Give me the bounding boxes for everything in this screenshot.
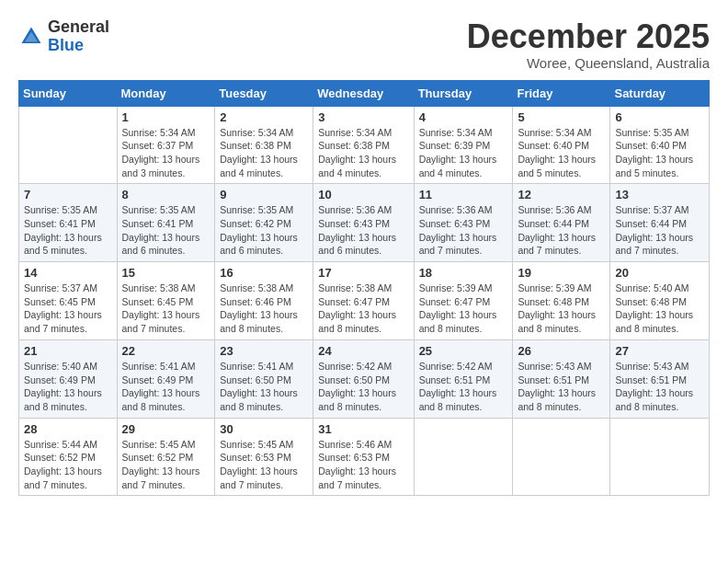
calendar-cell (19, 106, 118, 184)
calendar-cell: 10Sunrise: 5:36 AM Sunset: 6:43 PM Dayli… (313, 184, 414, 262)
day-detail: Sunrise: 5:35 AM Sunset: 6:41 PM Dayligh… (122, 203, 210, 258)
day-detail: Sunrise: 5:41 AM Sunset: 6:49 PM Dayligh… (122, 360, 210, 414)
calendar-cell: 3Sunrise: 5:34 AM Sunset: 6:38 PM Daylig… (313, 106, 414, 184)
day-number: 20 (615, 266, 704, 280)
calendar-table: SundayMondayTuesdayWednesdayThursdayFrid… (18, 80, 710, 497)
day-number: 21 (24, 344, 112, 358)
calendar-header-tuesday: Tuesday (215, 80, 313, 106)
calendar-cell: 12Sunrise: 5:36 AM Sunset: 6:44 PM Dayli… (513, 184, 610, 262)
calendar-week-2: 7Sunrise: 5:35 AM Sunset: 6:41 PM Daylig… (19, 184, 710, 262)
day-number: 11 (419, 188, 508, 201)
day-number: 26 (518, 344, 605, 358)
calendar-cell: 21Sunrise: 5:40 AM Sunset: 6:49 PM Dayli… (19, 339, 118, 418)
calendar-header-saturday: Saturday (610, 80, 710, 106)
month-title: December 2025 (467, 18, 710, 55)
calendar-cell: 20Sunrise: 5:40 AM Sunset: 6:48 PM Dayli… (610, 262, 710, 340)
calendar-header-thursday: Thursday (414, 80, 513, 106)
day-number: 6 (615, 110, 704, 124)
calendar-cell: 9Sunrise: 5:35 AM Sunset: 6:42 PM Daylig… (215, 184, 313, 262)
day-detail: Sunrise: 5:45 AM Sunset: 6:52 PM Dayligh… (122, 438, 210, 492)
day-number: 28 (24, 422, 112, 436)
day-detail: Sunrise: 5:46 AM Sunset: 6:53 PM Dayligh… (318, 438, 408, 492)
day-detail: Sunrise: 5:38 AM Sunset: 6:47 PM Dayligh… (318, 282, 408, 336)
day-detail: Sunrise: 5:40 AM Sunset: 6:48 PM Dayligh… (615, 282, 704, 336)
day-detail: Sunrise: 5:39 AM Sunset: 6:47 PM Dayligh… (419, 282, 508, 336)
calendar-cell: 26Sunrise: 5:43 AM Sunset: 6:51 PM Dayli… (513, 339, 610, 418)
day-number: 13 (615, 188, 704, 201)
title-area: December 2025 Woree, Queensland, Austral… (467, 18, 710, 71)
day-detail: Sunrise: 5:42 AM Sunset: 6:50 PM Dayligh… (318, 360, 408, 414)
logo-icon (18, 24, 44, 50)
day-detail: Sunrise: 5:42 AM Sunset: 6:51 PM Dayligh… (419, 360, 508, 414)
day-detail: Sunrise: 5:43 AM Sunset: 6:51 PM Dayligh… (615, 360, 704, 414)
day-detail: Sunrise: 5:40 AM Sunset: 6:49 PM Dayligh… (24, 360, 112, 414)
calendar-cell: 7Sunrise: 5:35 AM Sunset: 6:41 PM Daylig… (19, 184, 118, 262)
day-number: 19 (518, 266, 605, 280)
day-detail: Sunrise: 5:37 AM Sunset: 6:44 PM Dayligh… (615, 203, 704, 258)
day-detail: Sunrise: 5:36 AM Sunset: 6:43 PM Dayligh… (419, 203, 508, 258)
calendar-header-sunday: Sunday (19, 80, 118, 106)
calendar-cell: 29Sunrise: 5:45 AM Sunset: 6:52 PM Dayli… (117, 418, 215, 496)
day-number: 12 (518, 188, 605, 201)
day-detail: Sunrise: 5:38 AM Sunset: 6:45 PM Dayligh… (122, 282, 210, 336)
calendar-cell: 11Sunrise: 5:36 AM Sunset: 6:43 PM Dayli… (414, 184, 513, 262)
calendar-cell: 4Sunrise: 5:34 AM Sunset: 6:39 PM Daylig… (414, 106, 513, 184)
day-detail: Sunrise: 5:34 AM Sunset: 6:39 PM Dayligh… (419, 126, 508, 180)
day-number: 25 (419, 344, 508, 358)
day-detail: Sunrise: 5:34 AM Sunset: 6:40 PM Dayligh… (518, 126, 605, 180)
day-number: 31 (318, 422, 408, 436)
day-detail: Sunrise: 5:41 AM Sunset: 6:50 PM Dayligh… (220, 360, 308, 414)
day-number: 15 (122, 266, 210, 280)
calendar-cell (414, 418, 513, 496)
calendar-cell: 31Sunrise: 5:46 AM Sunset: 6:53 PM Dayli… (313, 418, 414, 496)
calendar-cell: 25Sunrise: 5:42 AM Sunset: 6:51 PM Dayli… (414, 339, 513, 418)
calendar-cell: 22Sunrise: 5:41 AM Sunset: 6:49 PM Dayli… (117, 339, 215, 418)
calendar-header-wednesday: Wednesday (313, 80, 414, 106)
day-number: 5 (518, 110, 605, 124)
day-number: 22 (122, 344, 210, 358)
calendar-cell: 19Sunrise: 5:39 AM Sunset: 6:48 PM Dayli… (513, 262, 610, 340)
day-number: 4 (419, 110, 508, 124)
logo-blue: Blue (48, 37, 109, 55)
day-detail: Sunrise: 5:35 AM Sunset: 6:42 PM Dayligh… (220, 203, 308, 258)
location: Woree, Queensland, Australia (467, 55, 710, 71)
calendar-week-4: 21Sunrise: 5:40 AM Sunset: 6:49 PM Dayli… (19, 339, 710, 418)
day-number: 8 (122, 188, 210, 201)
calendar-cell: 17Sunrise: 5:38 AM Sunset: 6:47 PM Dayli… (313, 262, 414, 340)
day-number: 18 (419, 266, 508, 280)
day-number: 23 (220, 344, 308, 358)
calendar-header-friday: Friday (513, 80, 610, 106)
day-number: 30 (220, 422, 308, 436)
calendar-cell: 23Sunrise: 5:41 AM Sunset: 6:50 PM Dayli… (215, 339, 313, 418)
day-detail: Sunrise: 5:35 AM Sunset: 6:41 PM Dayligh… (24, 203, 112, 258)
day-number: 1 (122, 110, 210, 124)
calendar-week-3: 14Sunrise: 5:37 AM Sunset: 6:45 PM Dayli… (19, 262, 710, 340)
logo-text: General Blue (48, 18, 109, 55)
day-number: 2 (220, 110, 308, 124)
day-detail: Sunrise: 5:34 AM Sunset: 6:38 PM Dayligh… (318, 126, 408, 180)
calendar-cell: 16Sunrise: 5:38 AM Sunset: 6:46 PM Dayli… (215, 262, 313, 340)
day-number: 3 (318, 110, 408, 124)
day-number: 27 (615, 344, 704, 358)
calendar-header-monday: Monday (117, 80, 215, 106)
day-detail: Sunrise: 5:34 AM Sunset: 6:37 PM Dayligh… (122, 126, 210, 180)
day-number: 14 (24, 266, 112, 280)
calendar-header-row: SundayMondayTuesdayWednesdayThursdayFrid… (19, 80, 710, 106)
day-number: 16 (220, 266, 308, 280)
day-number: 29 (122, 422, 210, 436)
calendar-cell (513, 418, 610, 496)
calendar-cell: 28Sunrise: 5:44 AM Sunset: 6:52 PM Dayli… (19, 418, 118, 496)
calendar-cell: 6Sunrise: 5:35 AM Sunset: 6:40 PM Daylig… (610, 106, 710, 184)
day-detail: Sunrise: 5:44 AM Sunset: 6:52 PM Dayligh… (24, 438, 112, 492)
calendar-cell: 1Sunrise: 5:34 AM Sunset: 6:37 PM Daylig… (117, 106, 215, 184)
calendar-cell: 5Sunrise: 5:34 AM Sunset: 6:40 PM Daylig… (513, 106, 610, 184)
logo-general: General (48, 18, 109, 37)
calendar-cell: 14Sunrise: 5:37 AM Sunset: 6:45 PM Dayli… (19, 262, 118, 340)
logo: General Blue (18, 18, 109, 55)
day-detail: Sunrise: 5:35 AM Sunset: 6:40 PM Dayligh… (615, 126, 704, 180)
day-number: 24 (318, 344, 408, 358)
day-number: 7 (24, 188, 112, 201)
day-detail: Sunrise: 5:34 AM Sunset: 6:38 PM Dayligh… (220, 126, 308, 180)
calendar-cell: 15Sunrise: 5:38 AM Sunset: 6:45 PM Dayli… (117, 262, 215, 340)
calendar-cell: 8Sunrise: 5:35 AM Sunset: 6:41 PM Daylig… (117, 184, 215, 262)
